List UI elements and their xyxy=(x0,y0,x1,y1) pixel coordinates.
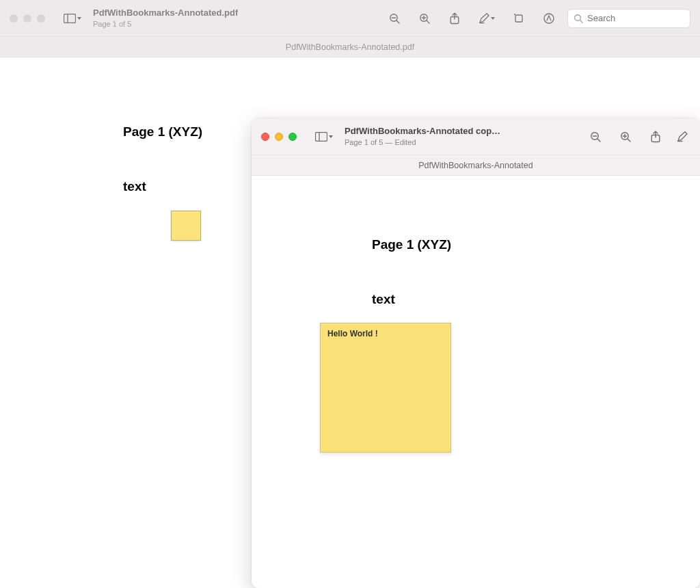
svg-line-15 xyxy=(580,20,583,23)
svg-line-19 xyxy=(597,139,600,142)
markup-pencil-icon xyxy=(677,131,688,142)
zoom-out-button[interactable] xyxy=(383,8,406,29)
chevron-down-icon xyxy=(77,17,81,20)
svg-rect-0 xyxy=(64,14,76,23)
document-title: PdfWithBookmarks-Annotated.pdf xyxy=(93,8,238,18)
svg-line-6 xyxy=(427,21,429,23)
chevron-down-icon xyxy=(329,135,333,138)
share-button[interactable] xyxy=(443,8,466,29)
share-icon xyxy=(650,131,661,143)
sidebar-toggle-button[interactable] xyxy=(310,126,338,147)
markup-button[interactable] xyxy=(473,8,500,29)
svg-rect-16 xyxy=(316,132,327,141)
sidebar-icon xyxy=(64,14,76,23)
foreground-preview-window: PdfWithBookmarks-Annotated copy.... Page… xyxy=(252,118,700,588)
zoom-in-button[interactable] xyxy=(614,126,637,147)
zoom-out-icon xyxy=(388,12,401,25)
rotate-icon xyxy=(513,13,524,24)
title-block: PdfWithBookmarks-Annotated copy.... Page… xyxy=(345,126,502,146)
zoom-in-icon xyxy=(418,12,431,25)
doc-text: text xyxy=(123,179,146,194)
zoom-in-icon xyxy=(619,131,632,143)
sticky-note-annotation-expanded[interactable]: Hello World ! xyxy=(320,323,451,453)
minimize-dot-inactive[interactable] xyxy=(23,14,31,23)
window-traffic-lights[interactable] xyxy=(10,14,45,23)
document-title: PdfWithBookmarks-Annotated copy.... xyxy=(345,126,502,136)
search-icon xyxy=(574,14,583,23)
markup-button[interactable] xyxy=(674,126,690,147)
toolbar: PdfWithBookmarks-Annotated.pdf Page 1 of… xyxy=(0,0,700,37)
close-dot-inactive[interactable] xyxy=(10,14,18,23)
share-button[interactable] xyxy=(644,126,667,147)
sidebar-icon xyxy=(315,132,327,142)
minimize-dot[interactable] xyxy=(275,133,283,141)
title-block: PdfWithBookmarks-Annotated.pdf Page 1 of… xyxy=(93,8,238,27)
svg-rect-12 xyxy=(515,15,522,22)
doc-heading: Page 1 (XYZ) xyxy=(372,237,451,252)
sticky-note-text: Hello World ! xyxy=(327,329,378,338)
document-viewport[interactable]: Page 1 (XYZ) text Hello World ! xyxy=(252,176,700,588)
search-field[interactable] xyxy=(567,9,690,28)
share-icon xyxy=(449,12,460,25)
chevron-down-icon xyxy=(491,17,495,20)
rotate-button[interactable] xyxy=(507,8,530,29)
annotate-button[interactable] xyxy=(537,8,561,29)
zoom-dot-inactive[interactable] xyxy=(37,14,45,23)
sidebar-toggle-button[interactable] xyxy=(59,8,86,29)
doc-heading: Page 1 (XYZ) xyxy=(123,124,202,139)
annotate-pen-icon xyxy=(543,12,555,25)
page-indicator: Page 1 of 5 xyxy=(93,20,238,28)
page-indicator: Page 1 of 5 — Edited xyxy=(345,138,502,146)
zoom-out-button[interactable] xyxy=(584,126,607,147)
doc-text: text xyxy=(372,292,395,307)
search-input[interactable] xyxy=(587,13,684,23)
svg-line-22 xyxy=(628,139,630,142)
subheader-filename: PdfWithBookmarks-Annotated.pdf xyxy=(0,37,700,57)
close-dot[interactable] xyxy=(261,133,269,141)
zoom-dot[interactable] xyxy=(288,133,297,141)
window-traffic-lights[interactable] xyxy=(261,133,297,141)
toolbar: PdfWithBookmarks-Annotated copy.... Page… xyxy=(252,118,700,155)
zoom-in-button[interactable] xyxy=(413,8,436,29)
subheader-filename: PdfWithBookmarks-Annotated xyxy=(252,155,700,176)
sticky-note-annotation[interactable] xyxy=(171,211,201,241)
markup-pencil-icon xyxy=(479,13,489,24)
zoom-out-icon xyxy=(589,131,602,143)
svg-line-3 xyxy=(396,21,399,23)
